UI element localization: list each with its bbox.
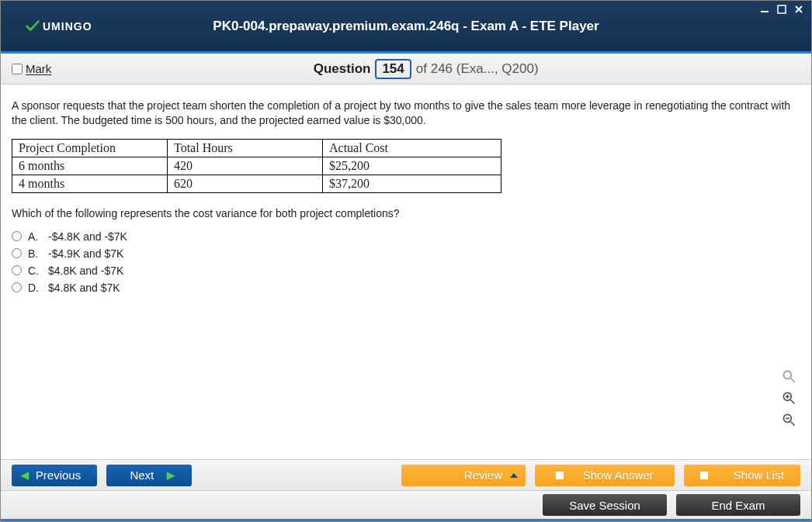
svg-line-3 — [791, 379, 795, 382]
chevron-up-icon — [510, 473, 518, 478]
sub-question: Which of the following represents the co… — [12, 207, 800, 220]
nav-group: ◀ Previous Next ▶ — [12, 465, 192, 486]
stop-icon — [700, 472, 708, 479]
logo-text: UMINGO — [43, 20, 92, 33]
option-c[interactable]: C.$4.8K and -$7K — [12, 264, 800, 277]
show-answer-button[interactable]: Show Answer — [535, 465, 675, 486]
table-header: Total Hours — [168, 139, 323, 157]
maximize-button[interactable] — [776, 4, 788, 15]
table-header-row: Project Completion Total Hours Actual Co… — [12, 139, 501, 157]
question-number[interactable]: 154 — [375, 59, 411, 79]
question-content: A sponsor requests that the project team… — [1, 85, 811, 305]
checkmark-icon — [24, 18, 41, 35]
footer: ◀ Previous Next ▶ Review Show Answer Sho… — [1, 459, 811, 521]
svg-point-2 — [783, 371, 791, 379]
footer-row-2: Save Session End Exam — [1, 490, 811, 521]
minimize-button[interactable] — [758, 4, 771, 15]
mark-checkbox[interactable]: Mark — [12, 62, 51, 75]
app-logo: UMINGO — [24, 18, 92, 35]
table-header: Project Completion — [12, 139, 168, 157]
review-button[interactable]: Review — [401, 465, 526, 486]
window-controls — [758, 4, 805, 15]
svg-line-9 — [791, 422, 795, 426]
svg-rect-1 — [778, 5, 786, 13]
question-total: of 246 (Exa..., Q200) — [416, 61, 539, 77]
zoom-out-icon[interactable] — [780, 411, 797, 428]
zoom-tools — [780, 368, 797, 428]
show-list-button[interactable]: Show List — [684, 465, 800, 486]
mark-label: Mark — [26, 62, 51, 75]
previous-button[interactable]: ◀ Previous — [12, 465, 97, 486]
stop-icon — [556, 472, 564, 479]
search-icon[interactable] — [780, 368, 797, 385]
mark-checkbox-input[interactable] — [12, 64, 23, 74]
question-indicator: Question 154 of 246 (Exa..., Q200) — [51, 59, 800, 79]
svg-line-5 — [791, 400, 795, 404]
option-a[interactable]: A.-$4.8K and -$7K — [12, 230, 800, 243]
close-button[interactable] — [793, 4, 805, 15]
save-session-button[interactable]: Save Session — [543, 494, 667, 516]
next-button[interactable]: Next ▶ — [106, 465, 192, 486]
question-bar: Mark Question 154 of 246 (Exa..., Q200) — [1, 54, 811, 85]
question-word: Question — [314, 61, 371, 77]
end-exam-button[interactable]: End Exam — [676, 494, 800, 516]
table-row: 4 months 620 $37,200 — [12, 175, 501, 192]
answer-options: A.-$4.8K and -$7K B.-$4.9K and $7K C.$4.… — [12, 230, 800, 294]
table-header: Actual Cost — [323, 139, 501, 157]
question-stem: A sponsor requests that the project team… — [12, 99, 800, 128]
table-row: 6 months 420 $25,200 — [12, 157, 501, 175]
svg-rect-0 — [761, 11, 769, 12]
window-title: PK0-004.prepaway.premium.exam.246q - Exa… — [213, 19, 599, 34]
title-bar: UMINGO PK0-004.prepaway.premium.exam.246… — [1, 1, 811, 54]
data-table: Project Completion Total Hours Actual Co… — [12, 139, 501, 193]
footer-row-1: ◀ Previous Next ▶ Review Show Answer Sho… — [1, 459, 811, 490]
option-d[interactable]: D.$4.8K and $7K — [12, 282, 800, 294]
option-b[interactable]: B.-$4.9K and $7K — [12, 247, 800, 260]
zoom-in-icon[interactable] — [780, 389, 797, 406]
